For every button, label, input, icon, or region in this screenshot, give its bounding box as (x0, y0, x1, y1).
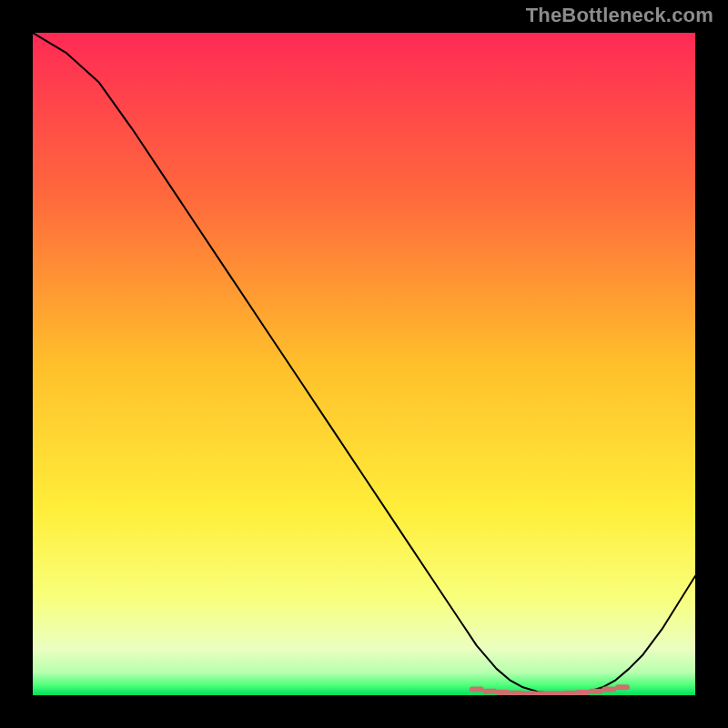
gradient-background (33, 33, 695, 695)
plot-svg (33, 33, 695, 695)
chart-stage: TheBottleneck.com (0, 0, 728, 728)
plot-area (33, 33, 695, 695)
watermark-text: TheBottleneck.com (526, 4, 713, 27)
